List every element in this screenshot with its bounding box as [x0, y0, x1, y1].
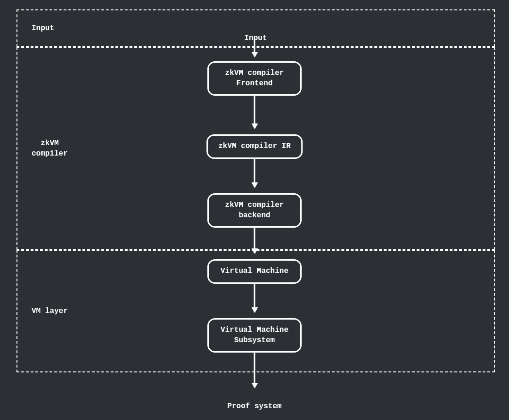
node-backend: zkVM compiler backend — [207, 193, 302, 228]
node-ir: zkVM compiler IR — [206, 134, 303, 159]
section-compiler-label: zkVM compiler — [32, 138, 68, 159]
arrow-frontend-ir — [254, 95, 255, 128]
arrow-backend-vm — [254, 227, 255, 253]
arrow-vm-subsystem — [254, 283, 255, 312]
proof-system-label: Proof system — [227, 402, 281, 411]
arrow-ir-backend — [254, 158, 255, 187]
section-vm-label: VM layer — [32, 306, 68, 316]
section-input: Input Input — [16, 9, 495, 47]
arrow-subsystem-proof — [254, 352, 255, 387]
input-top-label: Input — [244, 34, 267, 42]
section-input-label: Input — [32, 23, 54, 33]
node-vm-subsystem: Virtual Machine Subsystem — [207, 318, 302, 353]
arrow-input-frontend — [254, 38, 255, 57]
node-virtual-machine: Virtual Machine — [207, 259, 302, 284]
node-frontend: zkVM compiler Frontend — [207, 61, 302, 96]
